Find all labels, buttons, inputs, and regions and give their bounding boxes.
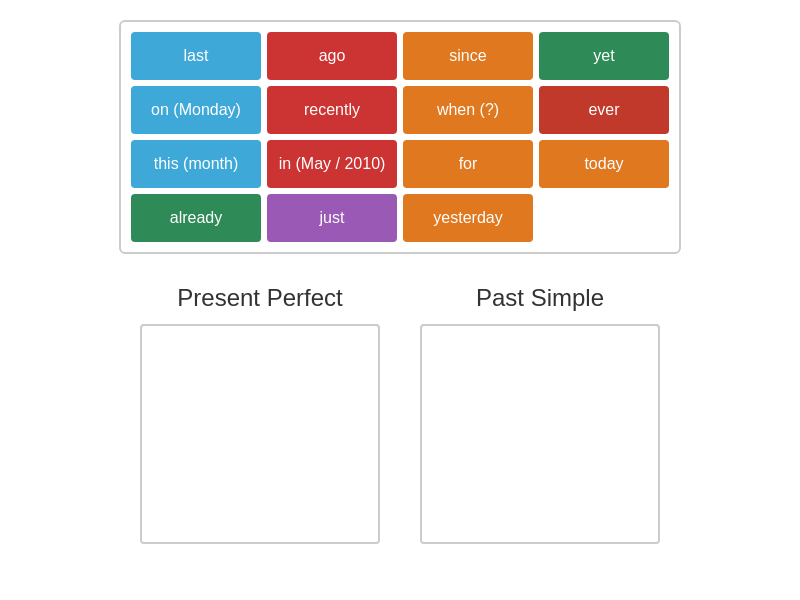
- word-tile-on-monday[interactable]: on (Monday): [131, 86, 261, 134]
- word-tile-today[interactable]: today: [539, 140, 669, 188]
- word-tile-ever[interactable]: ever: [539, 86, 669, 134]
- word-tile-recently[interactable]: recently: [267, 86, 397, 134]
- word-tile-yesterday[interactable]: yesterday: [403, 194, 533, 242]
- drop-zone-past-simple[interactable]: [420, 324, 660, 544]
- word-tile-last[interactable]: last: [131, 32, 261, 80]
- column-present-perfect: Present Perfect: [140, 284, 380, 544]
- drop-zone-present-perfect[interactable]: [140, 324, 380, 544]
- word-tile-since[interactable]: since: [403, 32, 533, 80]
- word-tile-this-month[interactable]: this (month): [131, 140, 261, 188]
- word-tile-when[interactable]: when (?): [403, 86, 533, 134]
- column-title-present-perfect: Present Perfect: [177, 284, 342, 312]
- word-tile-for[interactable]: for: [403, 140, 533, 188]
- column-past-simple: Past Simple: [420, 284, 660, 544]
- word-tile-in-may[interactable]: in (May / 2010): [267, 140, 397, 188]
- word-tile-yet[interactable]: yet: [539, 32, 669, 80]
- word-tile-already[interactable]: already: [131, 194, 261, 242]
- word-tile-just[interactable]: just: [267, 194, 397, 242]
- word-tile-ago[interactable]: ago: [267, 32, 397, 80]
- columns-area: Present Perfect Past Simple: [140, 284, 660, 544]
- column-title-past-simple: Past Simple: [476, 284, 604, 312]
- word-bank: lastagosinceyeton (Monday)recentlywhen (…: [119, 20, 681, 254]
